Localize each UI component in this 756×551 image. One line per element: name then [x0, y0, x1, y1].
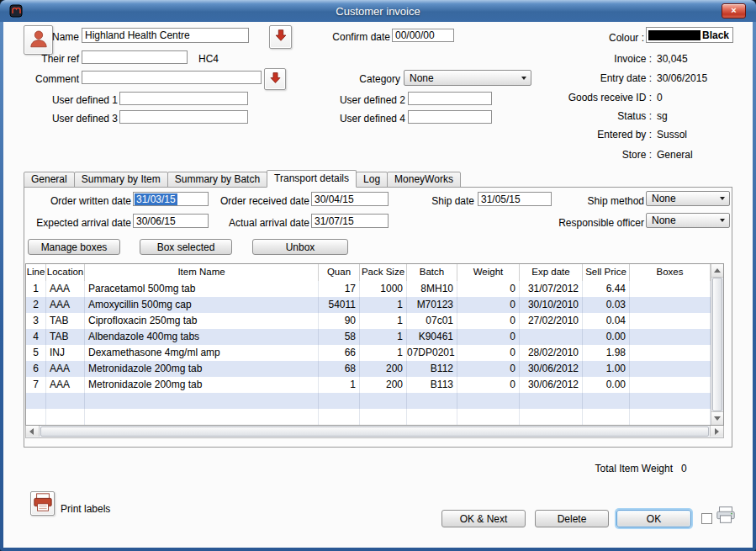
print-checkbox[interactable] — [701, 513, 712, 524]
confirm-date-input[interactable] — [392, 29, 454, 42]
cell-price: 0.00 — [583, 377, 630, 393]
cell-boxes — [630, 329, 711, 345]
column-header-location[interactable]: Location — [46, 264, 85, 281]
cell-line: 7 — [26, 377, 46, 393]
column-header-line[interactable]: Line — [26, 264, 46, 281]
cell-quan: 58 — [319, 329, 360, 345]
comment-input[interactable] — [82, 71, 262, 84]
cell-weight — [457, 409, 520, 425]
tab-general[interactable]: General — [24, 172, 75, 188]
ship-method-label: Ship method — [535, 195, 644, 207]
table-row[interactable]: 6AAAMetronidazole 200mg tab68200B112030/… — [26, 361, 711, 377]
user-defined-3-label: User defined 3 — [34, 113, 118, 125]
column-header-boxes[interactable]: Boxes — [630, 264, 711, 281]
cell-pack: 200 — [360, 361, 407, 377]
comment-expand-button[interactable] — [264, 68, 286, 90]
unbox-button[interactable]: Unbox — [252, 239, 348, 255]
name-input[interactable] — [82, 28, 249, 43]
print-labels-button[interactable] — [30, 491, 55, 516]
cell-quan: 54011 — [319, 297, 360, 313]
colour-picker[interactable]: Black — [646, 27, 733, 43]
responsible-officer-label: Responsible officer — [535, 217, 644, 229]
cell-item — [85, 393, 319, 409]
cell-price: 1.00 — [583, 361, 630, 377]
actual-arrival-date-label: Actual arrival date — [190, 217, 309, 229]
user-defined-4-input[interactable] — [408, 110, 492, 124]
print-labels-label: Print labels — [61, 503, 110, 515]
category-select[interactable]: None — [404, 70, 531, 86]
order-received-date-label: Order received date — [190, 195, 309, 207]
invoice-number-value: 30,045 — [657, 53, 688, 65]
scroll-up-button[interactable] — [711, 264, 723, 278]
actual-arrival-date-input[interactable] — [311, 214, 389, 228]
cell-boxes — [630, 297, 711, 313]
column-header-pack[interactable]: Pack Size — [360, 264, 407, 281]
cell-line: 2 — [26, 297, 46, 313]
box-selected-button[interactable]: Box selected — [140, 239, 232, 255]
table-row[interactable]: 2AAAAmoxycillin 500mg cap540111M70123030… — [26, 297, 711, 313]
cell-boxes — [630, 377, 711, 393]
close-button[interactable]: × — [722, 3, 746, 19]
cell-price: 0.03 — [583, 297, 630, 313]
column-header-quan[interactable]: Quan — [319, 264, 360, 281]
cell-location: TAB — [46, 313, 85, 329]
ship-method-select[interactable]: None — [646, 191, 730, 206]
responsible-officer-select[interactable]: None — [646, 213, 730, 228]
scroll-down-button[interactable] — [711, 411, 723, 425]
cell-line: 1 — [26, 281, 46, 297]
invoice-number-label: Invoice : — [516, 53, 652, 65]
column-header-item[interactable]: Item Name — [85, 264, 319, 281]
cell-line — [26, 393, 46, 409]
tab-summary-by-batch[interactable]: Summary by Batch — [167, 172, 267, 188]
table-row[interactable]: 5INJDexamethasone 4mg/ml amp66107DP02010… — [26, 345, 711, 361]
red-down-arrow-icon — [273, 28, 288, 46]
title-bar[interactable]: Customer invoice × — [0, 0, 756, 22]
vertical-scroll-thumb[interactable] — [712, 278, 722, 411]
name-lookup-button[interactable] — [269, 25, 292, 49]
cell-item: Metronidazole 200mg tab — [85, 361, 319, 377]
arrow-down-icon — [714, 416, 721, 421]
column-header-price[interactable]: Sell Price — [583, 264, 630, 281]
column-header-weight[interactable]: Weight — [457, 264, 520, 281]
column-header-batch[interactable]: Batch — [407, 264, 457, 281]
horizontal-scrollbar[interactable] — [25, 426, 724, 438]
cell-exp: 30/10/2010 — [520, 297, 583, 313]
store-label: Store : — [516, 149, 652, 161]
tab-log[interactable]: Log — [356, 172, 388, 188]
tab-transport-details[interactable]: Transport details — [267, 170, 357, 188]
cell-exp: 27/02/2010 — [520, 313, 583, 329]
goods-receive-id-label: Goods receive ID : — [516, 92, 652, 103]
cell-location — [46, 393, 85, 409]
cell-location: AAA — [46, 297, 85, 313]
table-row[interactable]: 7AAAMetronidazole 200mg tab1200B113030/0… — [26, 377, 711, 393]
chevron-down-icon — [720, 197, 725, 200]
printer-icon[interactable] — [715, 505, 737, 528]
tab-summary-by-item[interactable]: Summary by Item — [74, 172, 168, 188]
ok-button[interactable]: OK — [616, 510, 691, 527]
arrow-right-icon — [715, 428, 719, 435]
scroll-right-button[interactable] — [710, 426, 723, 437]
table-row[interactable]: 1AAAParacetamol 500mg tab1710008MH10031/… — [26, 281, 711, 297]
scroll-left-button[interactable] — [26, 426, 40, 437]
user-defined-3-input[interactable] — [119, 110, 248, 124]
cell-quan: 90 — [319, 313, 360, 329]
invoice-table-body: 1AAAParacetamol 500mg tab1710008MH10031/… — [26, 281, 711, 425]
horizontal-scroll-thumb[interactable] — [40, 426, 709, 437]
delete-button[interactable]: Delete — [535, 510, 609, 527]
vertical-scrollbar[interactable] — [711, 264, 723, 425]
table-row[interactable]: 3TABCiprofloxacin 250mg tab90107c01027/0… — [26, 313, 711, 329]
tab-moneyworks[interactable]: MoneyWorks — [387, 172, 461, 188]
table-row[interactable]: 4TABAlbendazole 400mg tabs581K9046100.00 — [26, 329, 711, 345]
window-title: Customer invoice — [0, 5, 756, 18]
cell-line: 4 — [26, 329, 46, 345]
user-defined-1-input[interactable] — [119, 92, 248, 105]
ok-next-button[interactable]: OK & Next — [441, 510, 526, 527]
their-ref-input[interactable] — [82, 50, 188, 64]
column-header-exp[interactable]: Exp date — [520, 264, 583, 281]
cell-boxes — [630, 281, 711, 297]
user-defined-2-input[interactable] — [408, 92, 492, 105]
dialog-content: Name Confirm date Colour : Black Their r… — [3, 22, 753, 548]
manage-boxes-button[interactable]: Manage boxes — [28, 239, 120, 255]
cell-quan: 68 — [319, 361, 360, 377]
cell-weight: 0 — [457, 329, 520, 345]
